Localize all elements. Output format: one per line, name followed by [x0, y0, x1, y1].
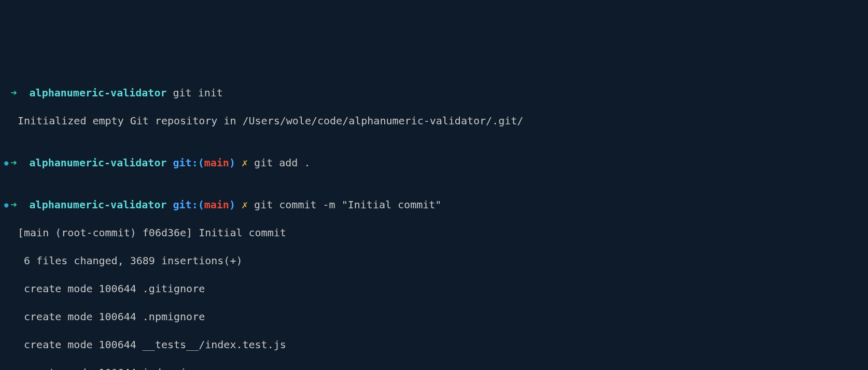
command-text: git add .: [254, 156, 310, 170]
git-label: git:: [173, 156, 198, 170]
output-line: 6 files changed, 3689 insertions(+): [4, 254, 864, 268]
output-line: create mode 100644 __tests__/index.test.…: [4, 338, 864, 352]
output-line: create mode 100644 .npmignore: [4, 310, 864, 324]
prompt-arrow: ➜: [10, 198, 17, 212]
prompt-arrow: ➜: [10, 86, 17, 100]
command-text: git commit -m "Initial commit": [254, 198, 441, 212]
command-text: git init: [173, 86, 223, 100]
prompt-arrow: ➜: [10, 156, 17, 170]
paren-close: ): [229, 198, 235, 212]
status-bullet-icon: ●: [4, 200, 8, 210]
output-line: [main (root-commit) f06d36e] Initial com…: [4, 226, 864, 240]
git-label: git:: [173, 198, 198, 212]
paren-open: (: [198, 156, 204, 170]
paren-close: ): [229, 156, 235, 170]
dirty-mark-icon: ✗: [242, 198, 248, 212]
dirty-mark-icon: ✗: [242, 156, 248, 170]
output-line: Initialized empty Git repository in /Use…: [4, 114, 864, 128]
terminal-output[interactable]: ●➜ alphanumeric-validator git init Initi…: [4, 58, 864, 370]
prompt-line: ●➜ alphanumeric-validator git:(main) ✗ g…: [4, 156, 864, 170]
output-line: create mode 100644 .gitignore: [4, 282, 864, 296]
prompt-dir: alphanumeric-validator: [30, 86, 167, 100]
git-branch: main: [204, 156, 229, 170]
prompt-line: ●➜ alphanumeric-validator git:(main) ✗ g…: [4, 198, 864, 212]
status-bullet-icon: ●: [4, 158, 8, 168]
prompt-line: ●➜ alphanumeric-validator git init: [4, 86, 864, 100]
git-branch: main: [204, 198, 229, 212]
prompt-dir: alphanumeric-validator: [30, 198, 167, 212]
paren-open: (: [198, 198, 204, 212]
prompt-dir: alphanumeric-validator: [30, 156, 167, 170]
output-line: create mode 100644 index.js: [4, 366, 864, 370]
